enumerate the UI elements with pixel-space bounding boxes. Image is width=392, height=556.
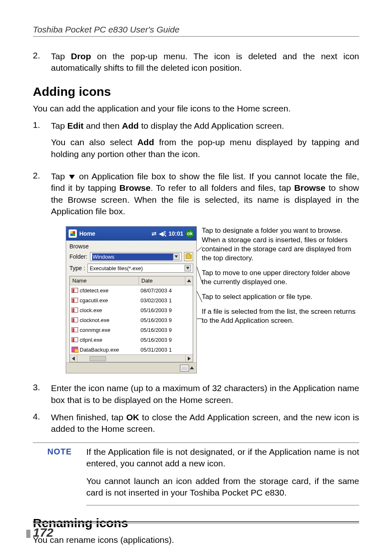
horizontal-scrollbar[interactable] xyxy=(70,354,193,362)
cell-date: 05/16/2003 9 xyxy=(139,307,185,313)
annotation-type: Tap to select application or file type. xyxy=(202,292,359,301)
file-name: DataBackup.exe xyxy=(80,347,119,353)
text: Tap on Application file box to show the … xyxy=(51,171,359,216)
file-icon xyxy=(71,317,78,322)
note-block: NOTE If the Application file is not desi… xyxy=(33,442,359,505)
text: You can also select Add from the pop-up … xyxy=(51,137,359,160)
chevron-up-icon xyxy=(187,279,191,282)
note-text: You cannot launch an icon added from the… xyxy=(86,475,359,499)
list-number: 2. xyxy=(33,171,51,217)
cell-name: clock.exe xyxy=(70,307,139,313)
list-content: Enter the icon name (up to a maximum of … xyxy=(51,382,359,406)
footer-rule-grey xyxy=(33,523,359,524)
list-content: Tap on Application file box to show the … xyxy=(51,171,359,217)
type-row: Type : Executable files(*.exe) xyxy=(69,264,193,273)
chevron-left-icon xyxy=(72,357,75,361)
table-row[interactable]: clocknot.exe05/16/2003 9 xyxy=(70,315,193,325)
list-add: 1. Tap Edit and then Add to display the … xyxy=(33,120,359,217)
speaker-icon: ◀ξ xyxy=(159,230,166,237)
cell-name: connmgr.exe xyxy=(70,327,139,333)
connectivity-icon: ⇄ xyxy=(152,230,157,237)
table-row[interactable]: cfdetect.exe08/07/2003 4 xyxy=(70,285,193,295)
dropdown-button[interactable] xyxy=(184,265,191,271)
page-number: 172 xyxy=(33,526,53,540)
cell-date: 05/16/2003 9 xyxy=(139,327,185,333)
figure-area: Home ⇄ ◀ξ 10:01 ok Browse Folder: Window… xyxy=(66,226,359,373)
folder-up-icon xyxy=(186,255,191,259)
screenshot-browse: Home ⇄ ◀ξ 10:01 ok Browse Folder: Window… xyxy=(66,226,197,373)
table-header: Name Date xyxy=(70,276,193,285)
dropdown-button[interactable] xyxy=(173,253,180,260)
start-icon[interactable] xyxy=(69,229,77,238)
note-text: If the Application file is not designate… xyxy=(86,446,359,470)
table-row[interactable]: ctlpnl.exe05/16/2003 9 xyxy=(70,335,193,345)
keyboard-icon[interactable] xyxy=(180,365,189,371)
scroll-up-button[interactable] xyxy=(185,276,193,285)
list-content: Tap Edit and then Add to display the Add… xyxy=(51,120,359,165)
scroll-track[interactable] xyxy=(77,355,185,362)
note-label: NOTE xyxy=(33,446,86,504)
clock-text: 10:01 xyxy=(168,230,183,237)
text: Tap Drop on the pop-up menu. The icon is… xyxy=(51,51,359,72)
list-number: 1. xyxy=(33,120,51,165)
annotation-select-file: If a file is selected from the list, the… xyxy=(202,307,359,325)
table-row[interactable]: clock.exe05/16/2003 9 xyxy=(70,305,193,315)
folder-row: Folder: Windows xyxy=(69,252,193,261)
scroll-left-button[interactable] xyxy=(70,355,77,362)
chevron-down-icon xyxy=(186,267,189,269)
page: Toshiba Pocket PC e830 User's Guide 2. T… xyxy=(0,0,392,556)
file-icon xyxy=(71,347,78,352)
file-icon xyxy=(71,288,78,293)
annotations: Tap to designate a folder you want to br… xyxy=(197,226,359,373)
list-number: 4. xyxy=(33,412,51,435)
cell-date: 05/31/2003 1 xyxy=(139,347,185,353)
file-name: cgacutil.exe xyxy=(80,297,108,303)
footer-rule xyxy=(33,521,359,522)
ok-button[interactable]: ok xyxy=(186,229,194,238)
file-name: connmgr.exe xyxy=(80,327,110,333)
table-row[interactable]: cgacutil.exe03/02/2003 1 xyxy=(70,295,193,305)
file-name: ctlpnl.exe xyxy=(80,337,102,343)
file-name: clocknot.exe xyxy=(80,317,109,323)
type-select[interactable]: Executable files(*.exe) xyxy=(88,264,193,273)
list-item: 3. Enter the icon name (up to a maximum … xyxy=(33,382,359,406)
col-date[interactable]: Date xyxy=(139,276,185,285)
list-content: When finished, tap OK to close the Add A… xyxy=(51,412,359,435)
col-name[interactable]: Name xyxy=(70,276,139,285)
status-area: ⇄ ◀ξ 10:01 ok xyxy=(152,229,194,238)
scroll-thumb[interactable] xyxy=(90,356,106,361)
list-add-2: 3. Enter the icon name (up to a maximum … xyxy=(33,382,359,435)
cell-name: ctlpnl.exe xyxy=(70,337,139,343)
running-header: Toshiba Pocket PC e830 User's Guide xyxy=(33,25,359,35)
file-icon xyxy=(71,327,78,332)
cell-name: clocknot.exe xyxy=(70,317,139,323)
list-number: 2. xyxy=(33,51,51,74)
file-icon xyxy=(71,337,78,342)
chevron-down-icon xyxy=(175,255,178,258)
cell-name: cgacutil.exe xyxy=(70,297,139,303)
browse-label: Browse xyxy=(69,243,193,250)
list-drop: 2. Tap Drop on the pop-up menu. The icon… xyxy=(33,51,359,74)
text: Enter the icon name (up to a maximum of … xyxy=(51,383,359,404)
list-item: 2. Tap Drop on the pop-up menu. The icon… xyxy=(33,51,359,74)
screenshot-titlebar: Home ⇄ ◀ξ 10:01 ok xyxy=(66,227,196,241)
scroll-right-button[interactable] xyxy=(185,355,193,362)
folder-select[interactable]: Windows xyxy=(90,252,182,261)
note-row: NOTE If the Application file is not desi… xyxy=(33,446,359,504)
note-rule-bottom xyxy=(86,505,359,505)
screenshot-title: Home xyxy=(79,230,152,237)
table-row[interactable]: DataBackup.exe05/31/2003 1 xyxy=(70,345,193,354)
file-icon xyxy=(71,308,78,313)
sip-bar xyxy=(66,362,196,373)
list-item: 1. Tap Edit and then Add to display the … xyxy=(33,120,359,165)
up-directory-button[interactable] xyxy=(184,252,193,261)
annotation-updir: Tap to move to one upper directory folde… xyxy=(202,269,359,287)
sip-up-icon[interactable] xyxy=(190,366,194,369)
screenshot-body: Browse Folder: Windows Type : Executable… xyxy=(66,241,196,362)
file-name: cfdetect.exe xyxy=(80,287,108,294)
list-number: 3. xyxy=(33,382,51,406)
table-row[interactable]: connmgr.exe05/16/2003 9 xyxy=(70,325,193,335)
header-rule xyxy=(33,36,359,37)
folder-label: Folder: xyxy=(69,253,88,260)
file-icon xyxy=(71,298,78,303)
